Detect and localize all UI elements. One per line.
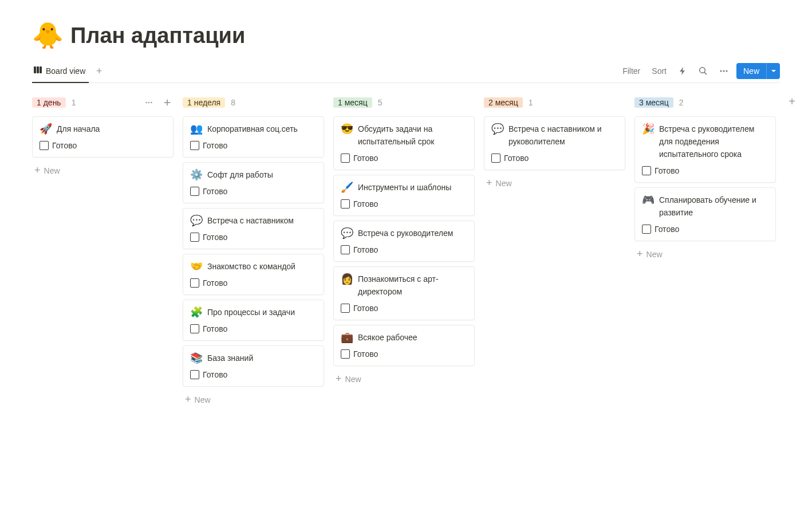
svg-point-10	[299, 102, 301, 104]
card-icon: 📚	[190, 352, 203, 364]
board-card[interactable]: 💼Всякое рабочееГотово	[333, 325, 475, 366]
board-card[interactable]: 🤝Знакомство с командойГотово	[183, 254, 324, 295]
new-card-label: New	[496, 179, 512, 188]
board-card[interactable]: 📚База знанийГотово	[183, 345, 324, 387]
board-card[interactable]: 💬Встреча с наставникомГотово	[183, 208, 324, 249]
column-status-tag[interactable]: 1 месяц	[333, 97, 372, 108]
new-card-button[interactable]: +New	[183, 391, 324, 408]
checkbox-label: Готово	[203, 233, 227, 242]
checkbox[interactable]	[642, 166, 651, 175]
chevron-down-icon	[771, 68, 776, 74]
plus-icon: +	[336, 373, 342, 385]
board-card[interactable]: 🧩Про процессы и задачиГотово	[183, 300, 324, 341]
board-card[interactable]: 🎮Спланировать обучение и развитиеГотово	[634, 187, 776, 241]
new-button-dropdown[interactable]	[766, 63, 780, 79]
checkbox[interactable]	[190, 141, 199, 150]
column-status-tag[interactable]: 1 неделя	[183, 97, 225, 108]
page-icon[interactable]: 🐥	[32, 23, 64, 48]
board-card[interactable]: 👩Познакомиться с арт-директоромГотово	[333, 266, 475, 320]
column-header: 1 день1	[32, 93, 174, 112]
card-property-done: Готово	[190, 278, 317, 288]
card-title: Знакомство с командой	[207, 260, 295, 273]
card-property-done: Готово	[341, 245, 467, 254]
card-icon: 🖌️	[341, 181, 353, 194]
new-card-button[interactable]: +New	[634, 246, 776, 262]
svg-point-7	[148, 102, 150, 104]
dots-icon	[295, 99, 303, 107]
new-card-button[interactable]: +New	[32, 162, 174, 179]
board-column: 1 день1🚀Для началаГотово+New	[32, 93, 174, 179]
checkbox[interactable]	[341, 245, 350, 254]
new-card-button[interactable]: +New	[333, 371, 475, 387]
page-title[interactable]: План адаптации	[70, 23, 245, 48]
card-title: Познакомиться с арт-директором	[358, 273, 467, 298]
column-menu-button[interactable]	[143, 96, 155, 109]
card-property-done: Готово	[40, 141, 166, 150]
svg-rect-1	[37, 66, 39, 73]
checkbox[interactable]	[341, 349, 350, 359]
view-tab-board[interactable]: Board view	[32, 62, 89, 83]
card-property-done: Готово	[341, 199, 467, 209]
checkbox[interactable]	[341, 199, 350, 209]
checkbox[interactable]	[341, 304, 350, 313]
card-title: База знаний	[207, 352, 253, 364]
card-title: Спланировать обучение и развитие	[659, 194, 768, 219]
svg-point-17	[602, 102, 604, 104]
dots-icon	[145, 99, 153, 107]
checkbox-label: Готово	[504, 154, 529, 163]
more-options-icon[interactable]	[716, 63, 732, 79]
checkbox-label: Готово	[353, 154, 378, 163]
card-icon: 👥	[190, 123, 203, 135]
page-header: 🐥 План адаптации	[32, 23, 780, 48]
board-card[interactable]: 👥Корпоративная соц.сетьГотово	[183, 116, 324, 158]
automation-icon[interactable]	[675, 63, 691, 79]
column-status-tag[interactable]: 2 месяц	[484, 97, 523, 108]
card-icon: 🧩	[190, 306, 203, 318]
card-icon: 🚀	[40, 123, 52, 135]
plus-icon: +	[185, 394, 191, 406]
column-add-button[interactable]	[161, 96, 174, 109]
board-card[interactable]: 💬Встреча с наставником и руковолителемГо…	[484, 116, 625, 170]
add-column-button[interactable]: +	[785, 95, 799, 108]
board-card[interactable]: ⚙️Софт для работыГотово	[183, 162, 324, 203]
card-icon: 💬	[190, 214, 203, 227]
column-status-tag[interactable]: 1 день	[32, 97, 66, 108]
checkbox[interactable]	[190, 278, 199, 288]
filter-button[interactable]: Filter	[619, 64, 644, 78]
svg-point-12	[447, 102, 448, 104]
checkbox[interactable]	[190, 370, 199, 379]
checkbox[interactable]	[190, 324, 199, 333]
card-title: Встреча с руководителем	[358, 227, 453, 239]
checkbox[interactable]	[40, 141, 49, 150]
new-button[interactable]: New	[736, 63, 766, 79]
checkbox[interactable]	[341, 154, 350, 163]
new-card-button[interactable]: +New	[484, 175, 625, 191]
column-status-tag[interactable]: 3 месяц	[634, 97, 673, 108]
checkbox-label: Готово	[655, 166, 679, 175]
column-count: 8	[231, 98, 235, 107]
board-icon	[33, 65, 42, 76]
plus-icon: +	[637, 248, 643, 260]
view-tabs-row: Board view + Filter Sort New	[32, 62, 780, 83]
plus-icon	[163, 99, 171, 107]
dots-icon	[747, 99, 755, 107]
card-icon: 💬	[491, 123, 504, 135]
add-view-button[interactable]: +	[92, 64, 106, 78]
plus-icon	[464, 99, 472, 107]
board-card[interactable]: 🚀Для началаГотово	[32, 116, 174, 158]
board-card[interactable]: 😎Обсудить задачи на испытательный срокГо…	[333, 116, 475, 170]
card-property-done: Готово	[190, 233, 317, 242]
card-icon: 😎	[341, 123, 353, 135]
board-card[interactable]: 💬Встреча с руководителемГотово	[333, 221, 475, 262]
checkbox[interactable]	[491, 154, 500, 163]
search-icon[interactable]	[695, 63, 711, 79]
dots-icon	[446, 99, 454, 107]
plus-icon	[314, 99, 322, 107]
board-card[interactable]: 🖌️Инструменты и шаблоныГотово	[333, 175, 475, 216]
sort-button[interactable]: Sort	[648, 64, 670, 78]
checkbox[interactable]	[642, 225, 651, 234]
svg-point-9	[296, 102, 298, 104]
board-card[interactable]: 🎉Встреча с руководителем для подведения …	[634, 116, 776, 183]
checkbox[interactable]	[190, 233, 199, 242]
checkbox[interactable]	[190, 187, 199, 196]
